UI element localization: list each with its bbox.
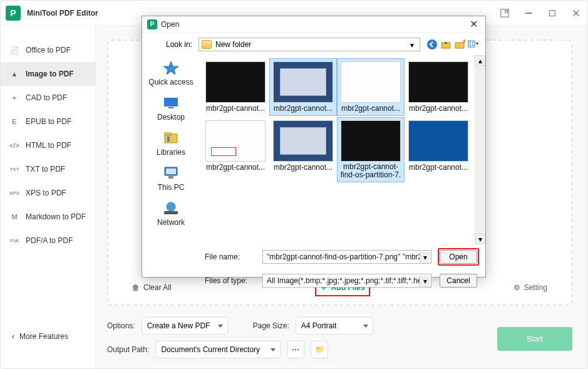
svg-point-6 xyxy=(427,39,437,49)
filetype-value: All Image(*.bmp;*.jpg;*.jpeg;*.png;*.tif… xyxy=(267,276,427,285)
sidebar-item-epub-to-pdf[interactable]: EEPUB to PDF xyxy=(1,110,95,133)
svg-rect-12 xyxy=(470,44,471,46)
minimize-button[interactable] xyxy=(522,7,535,19)
dialog-titlebar: P Open ✕ xyxy=(142,16,485,33)
sidebar-item-md-to-pdf[interactable]: MMarkdown to PDF xyxy=(1,205,95,229)
open-button[interactable]: Open xyxy=(440,250,477,264)
svg-rect-13 xyxy=(472,42,473,43)
file-thumbnail xyxy=(273,61,333,103)
open-button-highlight: Open xyxy=(438,248,479,266)
place-libraries[interactable]: Libraries xyxy=(157,130,185,157)
place-quick-access[interactable]: Quick access xyxy=(148,60,193,86)
options-label: Options: xyxy=(107,321,135,330)
output-path-select[interactable]: Document's Current Directory xyxy=(155,341,281,358)
file-item[interactable]: mbr2gpt-cannot... xyxy=(405,59,472,115)
view-menu-icon[interactable] xyxy=(468,39,479,50)
svg-rect-1 xyxy=(505,10,508,13)
scroll-up-arrow[interactable]: ▴ xyxy=(475,55,485,66)
sidebar-item-pdfa-to-pdf[interactable]: P/APDF/A to PDF xyxy=(1,229,95,252)
start-label: Start xyxy=(527,335,542,343)
sidebar-item-xps-to-pdf[interactable]: XPSXPS to PDF xyxy=(1,181,95,205)
sidebar-item-txt-to-pdf[interactable]: TXTTXT to PDF xyxy=(1,157,95,181)
places-bar: Quick access Desktop Libraries This PC N… xyxy=(142,55,200,244)
place-desktop[interactable]: Desktop xyxy=(157,95,185,122)
file-item[interactable]: mbr2gpt-cannot... xyxy=(338,59,404,115)
place-this-pc[interactable]: This PC xyxy=(158,165,185,192)
file-thumbnail xyxy=(273,120,333,162)
filename-value: "mbr2gpt-cannot-find-os-partition-7.png"… xyxy=(267,252,426,261)
file-name: mbr2gpt-cannot-find-os-partition-7. xyxy=(338,162,404,182)
dialog-close-button[interactable]: ✕ xyxy=(467,18,480,30)
up-folder-icon[interactable] xyxy=(440,39,451,50)
svg-rect-20 xyxy=(167,137,170,142)
place-network[interactable]: Network xyxy=(157,200,185,227)
sidebar-item-cad-to-pdf[interactable]: +CAD to PDF xyxy=(1,86,95,110)
filetype-row: Files of type: All Image(*.bmp;*.jpg;*.j… xyxy=(142,269,485,292)
vertical-scrollbar[interactable]: ▴ ▾ xyxy=(475,55,485,244)
file-thumbnail xyxy=(205,120,266,162)
file-item[interactable]: mbr2gpt-cannot-find-os-partition-7. xyxy=(338,118,404,182)
folder-icon: 📁 xyxy=(315,345,324,354)
pagesize-select[interactable]: A4 Portrait xyxy=(296,317,373,335)
dialog-title: Open xyxy=(161,20,463,29)
sidebar-item-label: Image to PDF xyxy=(26,70,74,78)
options-select[interactable]: Create a New PDF xyxy=(142,317,228,335)
maximize-button[interactable] xyxy=(546,7,559,19)
place-label: Libraries xyxy=(157,148,185,157)
open-file-dialog: P Open ✕ Look in: New folder ▾ ✦ Quick a… xyxy=(142,16,486,278)
start-button[interactable]: Start xyxy=(497,327,572,351)
sidebar-item-label: EPUB to PDF xyxy=(26,117,71,126)
pc-icon xyxy=(162,165,180,180)
svg-rect-3 xyxy=(550,10,555,16)
filetype-select[interactable]: All Image(*.bmp;*.jpg;*.jpeg;*.png;*.tif… xyxy=(262,274,431,288)
sidebar-item-office-to-pdf[interactable]: 📄Office to PDF xyxy=(1,38,95,62)
html-icon: </> xyxy=(9,142,19,149)
sidebar-item-image-to-pdf[interactable]: ▲Image to PDF xyxy=(1,62,95,86)
svg-rect-19 xyxy=(165,133,171,135)
file-name: mbr2gpt-cannot... xyxy=(202,162,269,174)
place-label: Network xyxy=(157,218,185,227)
close-button[interactable] xyxy=(570,7,582,19)
pdfa-icon: P/A xyxy=(9,238,19,244)
more-features-button[interactable]: ‹ More Features xyxy=(7,327,73,346)
chevron-down-icon[interactable]: ▾ xyxy=(420,252,430,263)
svg-rect-25 xyxy=(164,211,178,214)
sidebar-item-label: Office to PDF xyxy=(26,46,71,55)
look-in-value: New folder xyxy=(215,40,251,49)
image-icon: ▲ xyxy=(9,70,19,78)
file-item[interactable]: mbr2gpt-cannot... xyxy=(202,118,269,182)
setting-button[interactable]: ⚙ Setting xyxy=(513,283,547,292)
browse-folder-button[interactable]: 📁 xyxy=(311,341,328,358)
file-item[interactable]: mbr2gpt-cannot... xyxy=(270,59,336,115)
file-thumbnail xyxy=(408,61,468,103)
new-folder-icon[interactable]: ✦ xyxy=(454,39,465,50)
output-path-label: Output Path: xyxy=(107,345,149,354)
back-icon[interactable] xyxy=(426,39,438,50)
filename-input[interactable]: "mbr2gpt-cannot-find-os-partition-7.png"… xyxy=(262,250,431,264)
markdown-icon: M xyxy=(9,213,19,221)
sidebar-item-label: Markdown to PDF xyxy=(26,212,86,221)
more-options-button[interactable]: ⋯ xyxy=(287,341,304,358)
compact-mode-icon[interactable] xyxy=(498,7,511,19)
app-window: P MiniTool PDF Editor 📄Office to PDF ▲Im… xyxy=(0,0,588,369)
sidebar-item-html-to-pdf[interactable]: </>HTML to PDF xyxy=(1,133,95,157)
cancel-button[interactable]: Cancel xyxy=(440,274,477,288)
scroll-down-arrow[interactable]: ▾ xyxy=(475,234,485,244)
look-in-row: Look in: New folder ▾ ✦ xyxy=(142,33,485,55)
file-item[interactable]: mbr2gpt-cannot... xyxy=(405,118,472,182)
gear-icon: ⚙ xyxy=(513,283,520,292)
svg-rect-23 xyxy=(168,176,173,179)
doc-icon: 📄 xyxy=(9,46,19,55)
look-in-combo[interactable]: New folder ▾ xyxy=(199,38,420,51)
svg-marker-15 xyxy=(163,61,178,75)
file-list[interactable]: mbr2gpt-cannot...mbr2gpt-cannot...mbr2gp… xyxy=(200,55,485,244)
look-in-label: Look in: xyxy=(148,40,192,49)
dialog-icon: P xyxy=(147,19,157,29)
chevron-down-icon[interactable]: ▾ xyxy=(420,276,430,287)
chevron-down-icon: ▾ xyxy=(407,40,417,50)
sidebar-item-label: HTML to PDF xyxy=(26,141,71,150)
desktop-icon xyxy=(162,95,180,110)
file-item[interactable]: mbr2gpt-cannot... xyxy=(270,118,336,182)
file-item[interactable]: mbr2gpt-cannot... xyxy=(202,59,269,115)
chevron-left-icon: ‹ xyxy=(12,332,14,341)
